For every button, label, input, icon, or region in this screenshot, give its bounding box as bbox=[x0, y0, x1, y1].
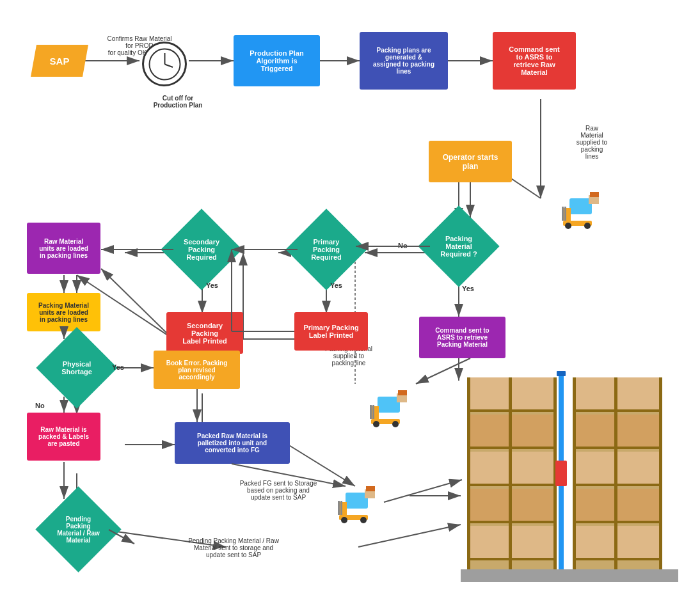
command-asrs-packing-box: Command sent toASRS to retrievePacking M… bbox=[419, 317, 505, 358]
warehouse-illustration bbox=[461, 365, 678, 595]
yes-packing-label: Yes bbox=[462, 285, 474, 292]
svg-rect-45 bbox=[371, 406, 379, 419]
svg-point-50 bbox=[392, 421, 399, 427]
raw-material-supplied-text: RawMaterialsupplied topackinglines bbox=[563, 125, 621, 160]
svg-rect-47 bbox=[372, 405, 374, 419]
svg-line-108 bbox=[101, 269, 166, 333]
svg-rect-92 bbox=[555, 461, 567, 486]
svg-rect-54 bbox=[339, 502, 347, 515]
svg-point-41 bbox=[584, 223, 591, 229]
command-asrs-box: Command sentto ASRS toretrieve RawMateri… bbox=[493, 32, 576, 90]
secondary-packing-req-diamond: SecondaryPackingRequired bbox=[173, 221, 230, 278]
packed-palletized-box: Packed Raw Material ispalletized into un… bbox=[175, 422, 290, 464]
svg-line-24 bbox=[358, 525, 461, 547]
svg-point-58 bbox=[341, 517, 347, 523]
cutoff-text: Cut off forProduction Plan bbox=[139, 95, 216, 109]
svg-point-59 bbox=[360, 517, 367, 523]
raw-packed-label: Raw Material ispacked & Labelsare pasted bbox=[35, 423, 92, 450]
clock-shape bbox=[142, 42, 187, 86]
no-packing-label: No bbox=[398, 242, 408, 249]
raw-material-loaded-box: Raw Materialunits are loadedin packing l… bbox=[27, 223, 100, 274]
svg-rect-55 bbox=[338, 501, 340, 515]
svg-rect-52 bbox=[398, 390, 407, 395]
svg-rect-87 bbox=[573, 377, 576, 569]
svg-rect-44 bbox=[378, 397, 400, 413]
svg-line-103 bbox=[384, 480, 462, 502]
packed-palletized-label: Packed Raw Material ispalletized into un… bbox=[194, 429, 271, 457]
svg-rect-56 bbox=[340, 501, 342, 515]
physical-shortage-diamond: PhysicalShortage bbox=[48, 339, 106, 397]
svg-rect-37 bbox=[562, 207, 564, 221]
packing-material-req-diamond: PackingMaterialRequired ? bbox=[430, 217, 488, 275]
svg-rect-35 bbox=[569, 198, 592, 214]
raw-packed-box: Raw Material ispacked & Labelsare pasted bbox=[27, 413, 100, 461]
yes-secondary-label: Yes bbox=[206, 281, 218, 289]
secondary-label-printed-box: SecondaryPackingLabel Printed bbox=[166, 312, 243, 354]
sap-label: SAP bbox=[50, 56, 70, 67]
forklift-bottom bbox=[333, 480, 384, 525]
production-plan-label: Production PlanAlgorithm isTriggered bbox=[246, 46, 306, 75]
packing-material-loaded-label: Packing Materialunits are loadedin packi… bbox=[35, 299, 92, 326]
svg-rect-61 bbox=[366, 486, 375, 491]
svg-point-40 bbox=[565, 223, 571, 229]
svg-rect-93 bbox=[461, 569, 678, 582]
svg-rect-43 bbox=[590, 192, 599, 197]
operator-starts-label: Operator startsplan bbox=[440, 150, 502, 174]
pending-packing-diamond: PendingPackingMaterial / RawMaterial bbox=[48, 499, 109, 560]
packed-fg-text: Packed FG sent to Storagebased on packin… bbox=[224, 480, 333, 501]
yes-primary-label: Yes bbox=[330, 281, 342, 289]
sap-shape: SAP bbox=[31, 45, 88, 77]
pending-text: Pending Packing Material / RawMaterial s… bbox=[134, 537, 333, 558]
svg-point-49 bbox=[373, 421, 379, 427]
primary-label-printed-box: Primary PackingLabel Printed bbox=[294, 312, 368, 351]
svg-rect-73 bbox=[467, 377, 470, 569]
packing-plans-label: Packing plans aregenerated &assigned to … bbox=[370, 44, 438, 78]
book-error-box: Book Error. Packingplan revisedaccording… bbox=[154, 351, 240, 389]
flowchart: SAP Confirms Raw Materialfor PRODfor qua… bbox=[0, 0, 700, 609]
svg-rect-46 bbox=[370, 405, 372, 419]
svg-rect-38 bbox=[564, 207, 566, 221]
no-shortage-label: No bbox=[35, 402, 45, 409]
operator-starts-box: Operator startsplan bbox=[429, 141, 512, 182]
svg-rect-75 bbox=[509, 377, 512, 569]
svg-rect-91 bbox=[557, 371, 566, 376]
forklift-middle bbox=[365, 384, 416, 429]
raw-material-loaded-label: Raw Materialunits are loadedin packing l… bbox=[36, 235, 91, 262]
yes-shortage-label: Yes bbox=[112, 363, 124, 371]
book-error-label: Book Error. Packingplan revisedaccording… bbox=[163, 356, 231, 384]
command-asrs-label: Command sentto ASRS toretrieve RawMateri… bbox=[505, 42, 562, 79]
primary-packing-req-diamond: PrimaryPackingRequired bbox=[298, 221, 355, 278]
production-plan-box: Production PlanAlgorithm isTriggered bbox=[234, 35, 320, 86]
forklift-top-right bbox=[557, 186, 608, 230]
svg-rect-89 bbox=[614, 377, 617, 569]
svg-rect-53 bbox=[346, 493, 368, 509]
command-asrs-packing-label: Command sent toASRS to retrievePacking M… bbox=[432, 324, 492, 351]
svg-rect-36 bbox=[563, 208, 571, 221]
svg-rect-88 bbox=[659, 377, 662, 569]
packing-plans-box: Packing plans aregenerated &assigned to … bbox=[360, 32, 448, 90]
packing-material-loaded-box: Packing Materialunits are loadedin packi… bbox=[27, 293, 100, 331]
